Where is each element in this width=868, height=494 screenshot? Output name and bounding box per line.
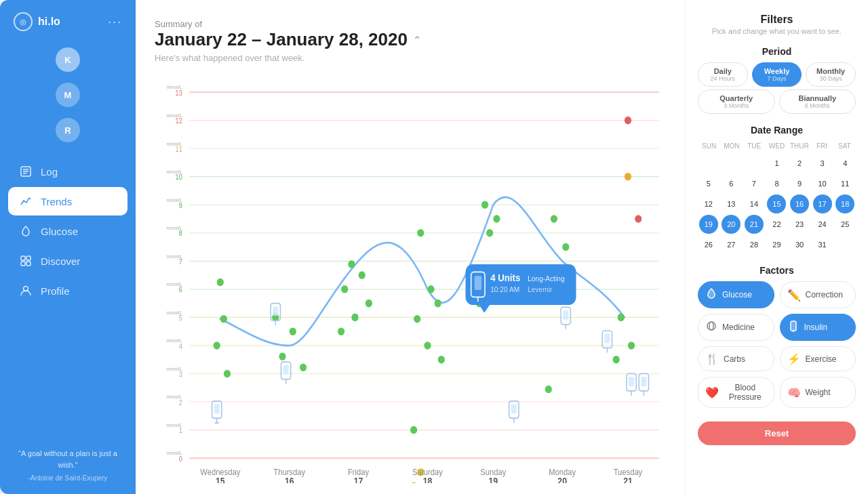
avatar-k[interactable]: K: [56, 47, 80, 72]
svg-text:4 Units: 4 Units: [490, 272, 520, 284]
date-range-title: Date Range: [698, 125, 856, 136]
factor-blood-pressure[interactable]: ❤️ Blood Pressure: [698, 377, 774, 408]
calendar-day[interactable]: 15: [767, 194, 786, 213]
calendar-day[interactable]: 16: [790, 194, 809, 213]
svg-text:18: 18: [423, 476, 433, 483]
svg-text:mmol/L: mmol/L: [166, 281, 182, 288]
svg-point-54: [224, 370, 231, 378]
svg-rect-7: [26, 262, 31, 266]
factor-glucose[interactable]: Glucose: [698, 281, 774, 308]
svg-rect-149: [791, 321, 796, 331]
calendar-day[interactable]: 3: [813, 154, 832, 173]
calendar-day[interactable]: 11: [835, 174, 854, 193]
factor-weight[interactable]: 🧠 Weight: [780, 377, 856, 408]
svg-rect-103: [511, 404, 517, 413]
reset-button[interactable]: Reset: [698, 421, 856, 445]
svg-rect-5: [26, 256, 31, 260]
svg-point-60: [359, 271, 366, 279]
calendar-day[interactable]: 29: [767, 235, 786, 254]
avatar-r[interactable]: R: [56, 118, 80, 142]
svg-point-57: [300, 363, 307, 371]
factor-insulin[interactable]: Insulin: [780, 314, 856, 341]
period-monthly[interactable]: Monthly 30 Days: [806, 62, 856, 87]
calendar-day[interactable]: 8: [767, 174, 786, 193]
date-range-arrow[interactable]: ⌃: [413, 35, 421, 45]
factor-carbs[interactable]: 🍴 Carbs: [698, 346, 774, 371]
calendar-day[interactable]: 27: [722, 235, 741, 254]
calendar-day[interactable]: 4: [835, 154, 854, 173]
calendar-day[interactable]: 7: [745, 174, 764, 193]
calendar-header: SUN MON TUE WED THUR FRI SAT: [698, 141, 856, 151]
calendar-day[interactable]: 18: [835, 194, 854, 213]
more-options-button[interactable]: ···: [108, 15, 122, 29]
calendar-day[interactable]: 19: [699, 215, 718, 234]
factor-medicine[interactable]: Medicine: [698, 314, 774, 341]
svg-point-58: [279, 352, 285, 361]
calendar-day[interactable]: 26: [699, 235, 718, 254]
svg-text:Levemir: Levemir: [528, 285, 553, 294]
nav-items: Log Trends Glucose: [0, 152, 136, 437]
period-weekly[interactable]: Weekly 7 Days: [752, 62, 802, 87]
period-quarterly[interactable]: Quarterly 3 Months: [698, 89, 775, 114]
calendar-day[interactable]: 22: [767, 215, 786, 234]
cal-sat: SAT: [833, 141, 856, 151]
period-section: Period Daily 24 Hours Weekly 7 Days Mont…: [698, 46, 856, 114]
avatar-m[interactable]: M: [56, 83, 80, 107]
svg-text:mmol/L: mmol/L: [166, 225, 182, 232]
glucose-label: Glucose: [41, 226, 78, 237]
calendar-day[interactable]: 28: [745, 235, 764, 254]
sidebar-item-discover[interactable]: Discover: [8, 247, 127, 275]
svg-rect-115: [641, 377, 646, 386]
cal-mon: MON: [720, 141, 743, 151]
trends-label: Trends: [41, 196, 72, 207]
svg-point-68: [414, 315, 420, 323]
svg-point-53: [214, 342, 220, 350]
svg-text:mmol/L: mmol/L: [166, 394, 182, 400]
svg-point-74: [486, 229, 493, 237]
period-daily[interactable]: Daily 24 Hours: [698, 62, 748, 87]
calendar-day: [699, 154, 718, 173]
svg-rect-100: [273, 306, 278, 316]
svg-text:mmol/L: mmol/L: [166, 112, 182, 119]
svg-text:20: 20: [557, 476, 567, 483]
calendar-day[interactable]: 2: [790, 154, 809, 173]
calendar-day[interactable]: 12: [699, 194, 718, 213]
calendar-day[interactable]: 5: [699, 174, 718, 193]
calendar-day[interactable]: 31: [813, 235, 832, 254]
exercise-factor-icon: ⚡: [787, 352, 801, 365]
calendar-day[interactable]: 20: [722, 215, 741, 234]
calendar-day[interactable]: 13: [722, 194, 741, 213]
calendar-day[interactable]: 30: [790, 235, 809, 254]
sidebar-item-log[interactable]: Log: [8, 157, 127, 186]
calendar-day[interactable]: 10: [813, 174, 832, 193]
factor-exercise[interactable]: ⚡ Exercise: [780, 346, 856, 371]
sidebar-item-trends[interactable]: Trends: [8, 187, 127, 215]
calendar-day[interactable]: 24: [813, 215, 832, 234]
calendar-day[interactable]: 9: [790, 174, 809, 193]
period-biannually[interactable]: Biannually 6 Months: [779, 89, 856, 114]
svg-point-70: [438, 356, 445, 364]
svg-point-59: [348, 260, 355, 268]
sidebar-item-glucose[interactable]: Glucose: [8, 217, 127, 245]
calendar-day[interactable]: 21: [745, 215, 764, 234]
insulin-factor-icon: [787, 320, 800, 335]
svg-point-69: [424, 342, 431, 350]
calendar-grid: 1234567891011121314151617181920212223242…: [698, 154, 856, 254]
svg-text:mmol/L: mmol/L: [166, 169, 182, 176]
sidebar-item-profile[interactable]: Profile: [8, 276, 127, 305]
svg-point-72: [481, 201, 488, 209]
factor-correction[interactable]: ✏️ Correction: [780, 281, 856, 308]
svg-point-52: [220, 315, 227, 323]
insulin-icon-tue2: [639, 373, 648, 395]
filters-header: Filters Pick and change what you want to…: [698, 14, 856, 35]
svg-point-84: [613, 356, 620, 364]
calendar-day[interactable]: 14: [745, 194, 764, 213]
calendar-day[interactable]: 6: [722, 174, 741, 193]
svg-text:mmol/L: mmol/L: [166, 253, 182, 260]
factor-correction-label: Correction: [806, 290, 843, 300]
sidebar-header: ◎ hi.lo ···: [0, 0, 136, 38]
calendar-day[interactable]: 17: [813, 194, 832, 213]
calendar-day[interactable]: 25: [835, 215, 854, 234]
calendar-day[interactable]: 23: [790, 215, 809, 234]
calendar-day[interactable]: 1: [767, 154, 786, 173]
